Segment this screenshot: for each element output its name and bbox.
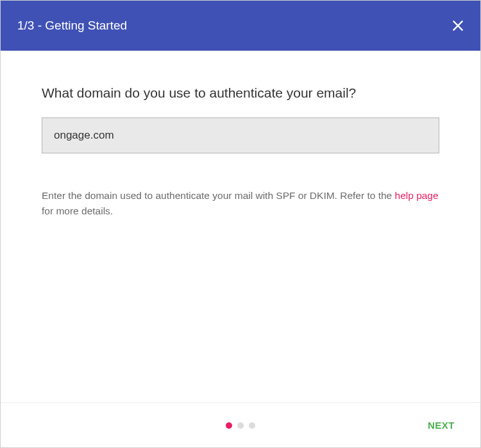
domain-input[interactable] [42,117,439,153]
dialog-header: 1/3 - Getting Started [1,1,480,51]
step-dot-3 [249,422,255,429]
hint-prefix: Enter the domain used to authenticate yo… [42,190,395,201]
hint-text: Enter the domain used to authenticate yo… [42,188,439,219]
close-icon[interactable] [450,17,466,34]
question-label: What domain do you use to authenticate y… [42,85,439,101]
help-page-link[interactable]: help page [395,190,439,201]
dialog-getting-started: 1/3 - Getting Started What domain do you… [0,0,481,448]
step-dot-2 [237,422,244,429]
step-indicator [226,422,255,429]
step-dot-1 [226,422,232,429]
dialog-footer: NEXT [1,402,480,447]
next-button[interactable]: NEXT [420,413,462,437]
dialog-title: 1/3 - Getting Started [17,19,127,33]
dialog-content: What domain do you use to authenticate y… [1,51,480,402]
hint-suffix: for more details. [42,205,113,216]
